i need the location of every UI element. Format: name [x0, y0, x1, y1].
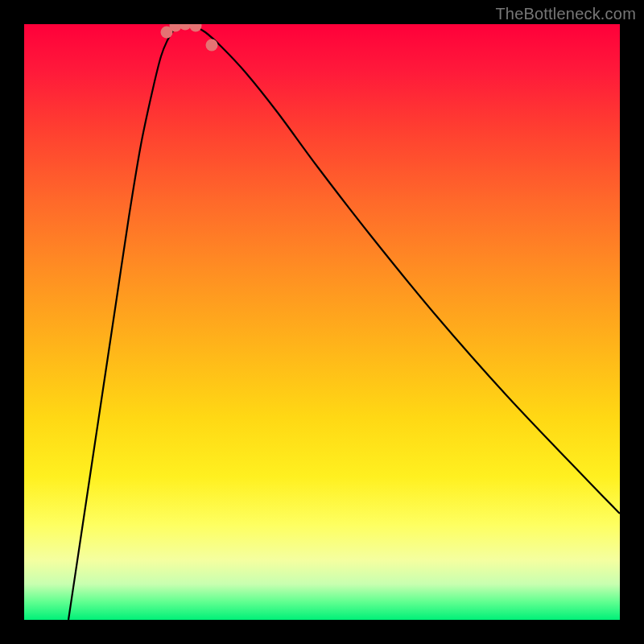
watermark-text: TheBottleneck.com: [495, 5, 636, 23]
curve-path: [68, 24, 620, 620]
curve-dot: [190, 24, 202, 32]
chart-frame: TheBottleneck.com: [0, 0, 644, 644]
curve-dots: [161, 24, 218, 52]
plot-area: [24, 24, 620, 620]
curve-dot: [180, 24, 192, 31]
curve-dot: [206, 39, 218, 52]
bottleneck-curve: [24, 24, 620, 620]
